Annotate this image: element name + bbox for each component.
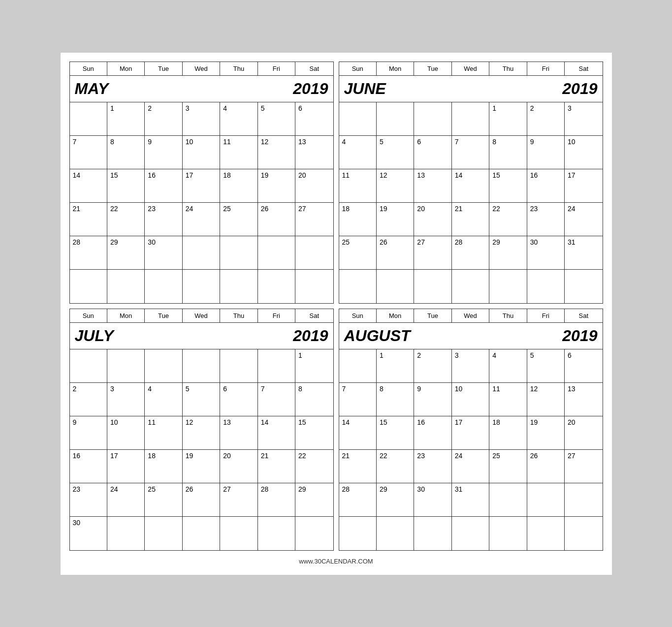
cal-cell xyxy=(70,270,107,303)
cal-cell: 30 xyxy=(70,517,107,550)
cal-cell: 2 xyxy=(145,102,182,136)
cal-cell: 24 xyxy=(565,203,602,236)
year-number: 2019 xyxy=(293,327,328,345)
cal-cell: 7 xyxy=(452,136,489,169)
month-title-row: JUNE2019 xyxy=(339,76,603,102)
cal-cell xyxy=(258,270,295,303)
cal-cell: 5 xyxy=(527,349,565,383)
day-header-thu: Thu xyxy=(220,309,257,322)
cal-cell xyxy=(339,270,377,303)
cal-cell: 3 xyxy=(183,102,220,136)
cal-cell: 26 xyxy=(258,203,295,236)
calendar-may: SunMonTueWedThuFriSatMAY2019123456789101… xyxy=(69,62,334,304)
cal-cell xyxy=(145,270,182,303)
footer: www.30CALENDAR.COM xyxy=(69,556,603,566)
cal-cell: 6 xyxy=(565,349,602,383)
cal-cell: 26 xyxy=(527,450,565,483)
cal-cell xyxy=(565,270,602,303)
calendar-grid: 1234567891011121314151617181920212223242… xyxy=(70,349,333,550)
cal-cell xyxy=(295,270,333,303)
cal-cell xyxy=(145,349,182,383)
day-header-mon: Mon xyxy=(107,62,145,75)
cal-cell: 20 xyxy=(414,203,451,236)
year-number: 2019 xyxy=(562,80,597,98)
cal-cell: 23 xyxy=(70,483,107,517)
cal-cell: 15 xyxy=(107,169,145,203)
cal-cell: 21 xyxy=(452,203,489,236)
cal-cell: 22 xyxy=(295,450,333,483)
cal-cell xyxy=(183,517,220,550)
calendar-grid: 1234567891011121314151617181920212223242… xyxy=(70,102,333,303)
cal-cell: 12 xyxy=(258,136,295,169)
cal-cell xyxy=(414,270,451,303)
cal-cell: 26 xyxy=(377,236,414,270)
cal-cell: 29 xyxy=(489,236,527,270)
day-header-sun: Sun xyxy=(339,309,377,322)
cal-cell: 16 xyxy=(414,416,451,450)
cal-cell xyxy=(339,349,377,383)
cal-cell: 17 xyxy=(183,169,220,203)
cal-cell: 14 xyxy=(70,169,107,203)
calendar-grid: 1234567891011121314151617181920212223242… xyxy=(339,102,603,303)
cal-cell xyxy=(183,236,220,270)
cal-cell: 18 xyxy=(339,203,377,236)
cal-cell xyxy=(220,349,257,383)
cal-cell: 6 xyxy=(295,102,333,136)
day-header-thu: Thu xyxy=(489,309,527,322)
day-header-fri: Fri xyxy=(527,309,565,322)
cal-cell: 24 xyxy=(452,450,489,483)
cal-cell: 5 xyxy=(258,102,295,136)
cal-cell: 27 xyxy=(414,236,451,270)
month-name: MAY xyxy=(75,80,109,98)
cal-cell: 30 xyxy=(527,236,565,270)
cal-cell xyxy=(258,517,295,550)
cal-cell: 23 xyxy=(414,450,451,483)
month-name: AUGUST xyxy=(344,327,411,345)
cal-cell: 8 xyxy=(489,136,527,169)
cal-cell xyxy=(452,102,489,136)
cal-cell: 4 xyxy=(145,383,182,416)
cal-cell: 13 xyxy=(414,169,451,203)
cal-cell: 7 xyxy=(258,383,295,416)
cal-cell: 22 xyxy=(489,203,527,236)
cal-cell: 12 xyxy=(377,169,414,203)
day-header-sat: Sat xyxy=(565,62,602,75)
cal-cell: 18 xyxy=(145,450,182,483)
cal-cell: 11 xyxy=(489,383,527,416)
cal-cell: 23 xyxy=(527,203,565,236)
month-title-row: JULY2019 xyxy=(70,323,333,349)
month-name: JUNE xyxy=(344,80,386,98)
cal-cell: 19 xyxy=(527,416,565,450)
day-header-sun: Sun xyxy=(70,62,107,75)
cal-cell: 3 xyxy=(565,102,602,136)
day-header-sat: Sat xyxy=(565,309,602,322)
cal-cell: 17 xyxy=(565,169,602,203)
cal-cell: 9 xyxy=(70,416,107,450)
cal-cell: 12 xyxy=(527,383,565,416)
cal-cell: 25 xyxy=(489,450,527,483)
day-header-fri: Fri xyxy=(527,62,565,75)
day-header-wed: Wed xyxy=(452,62,489,75)
cal-cell: 22 xyxy=(107,203,145,236)
cal-cell: 1 xyxy=(489,102,527,136)
calendar-june: SunMonTueWedThuFriSatJUNE201912345678910… xyxy=(339,62,603,304)
calendar-july: SunMonTueWedThuFriSatJULY201912345678910… xyxy=(69,309,334,551)
year-number: 2019 xyxy=(562,327,597,345)
day-header-mon: Mon xyxy=(107,309,145,322)
cal-cell: 31 xyxy=(452,483,489,517)
bottom-row: SunMonTueWedThuFriSatJULY201912345678910… xyxy=(69,309,603,551)
cal-cell: 1 xyxy=(377,349,414,383)
cal-cell: 20 xyxy=(295,169,333,203)
cal-cell: 25 xyxy=(220,203,257,236)
cal-cell xyxy=(565,517,602,550)
cal-cell: 29 xyxy=(295,483,333,517)
page: SunMonTueWedThuFriSatMAY2019123456789101… xyxy=(61,53,612,575)
day-header-wed: Wed xyxy=(452,309,489,322)
cal-cell: 28 xyxy=(452,236,489,270)
month-name: JULY xyxy=(75,327,114,345)
cal-cell: 10 xyxy=(107,416,145,450)
month-title-row: AUGUST2019 xyxy=(339,323,603,349)
cal-cell: 26 xyxy=(183,483,220,517)
cal-cell xyxy=(107,517,145,550)
cal-cell: 29 xyxy=(377,483,414,517)
